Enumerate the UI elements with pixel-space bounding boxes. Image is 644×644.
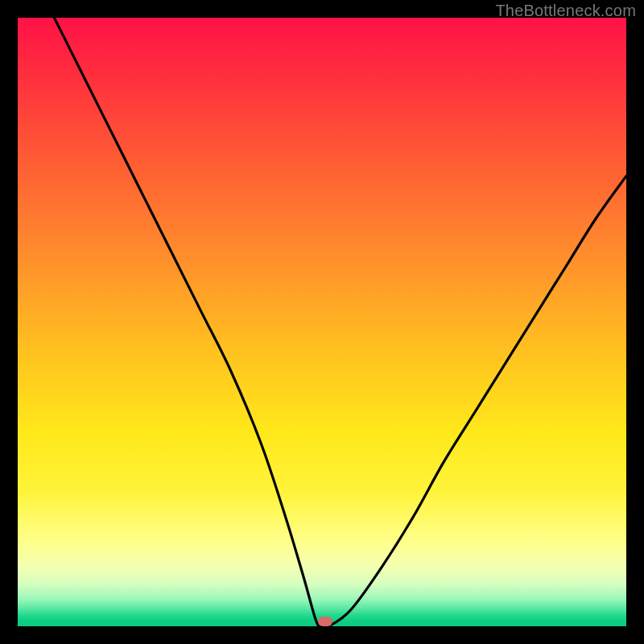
bottleneck-curve [18, 18, 626, 626]
watermark-label: TheBottleneck.com [495, 2, 636, 20]
plot-area [18, 18, 626, 626]
curve-path [54, 18, 626, 626]
optimal-point-marker [318, 617, 332, 626]
chart-frame: TheBottleneck.com [0, 0, 644, 644]
